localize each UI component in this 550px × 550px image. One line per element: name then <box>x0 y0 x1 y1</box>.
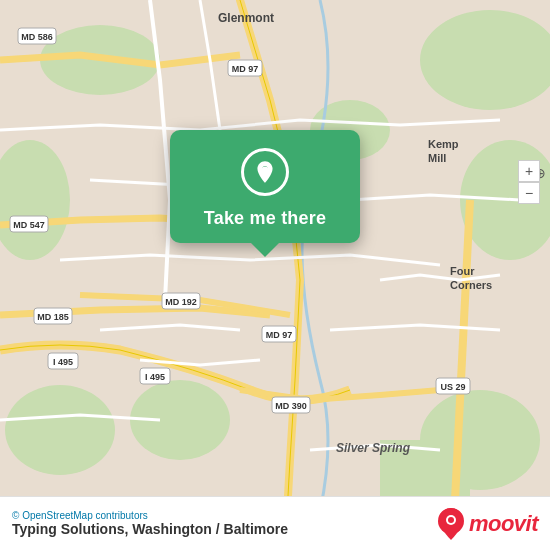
svg-text:MD 390: MD 390 <box>275 401 307 411</box>
location-icon <box>241 148 289 196</box>
take-me-there-button[interactable]: Take me there <box>204 208 326 229</box>
svg-text:I 495: I 495 <box>53 357 73 367</box>
svg-text:MD 547: MD 547 <box>13 220 45 230</box>
svg-text:Glenmont: Glenmont <box>218 11 274 25</box>
bottom-bar: © OpenStreetMap contributors Typing Solu… <box>0 496 550 550</box>
moovit-pin-icon <box>437 507 465 541</box>
moovit-logo: moovit <box>437 507 538 541</box>
svg-text:Corners: Corners <box>450 279 492 291</box>
map-container: Glenmont Kemp Mill Four Corners Silver S… <box>0 0 550 550</box>
svg-text:Kemp: Kemp <box>428 138 459 150</box>
svg-text:MD 192: MD 192 <box>165 297 197 307</box>
svg-text:MD 97: MD 97 <box>266 330 293 340</box>
zoom-in-button[interactable]: + <box>518 160 540 182</box>
moovit-text: moovit <box>469 511 538 537</box>
svg-text:Silver Spring: Silver Spring <box>336 441 411 455</box>
osm-link[interactable]: © OpenStreetMap contributors <box>12 510 148 521</box>
svg-point-42 <box>448 517 454 523</box>
svg-text:MD 97: MD 97 <box>232 64 259 74</box>
svg-text:I 495: I 495 <box>145 372 165 382</box>
svg-text:MD 185: MD 185 <box>37 312 69 322</box>
svg-text:Four: Four <box>450 265 475 277</box>
map-controls: + − <box>518 160 540 204</box>
zoom-out-button[interactable]: − <box>518 182 540 204</box>
svg-text:Mill: Mill <box>428 152 446 164</box>
popup-card: Take me there <box>170 130 360 243</box>
app-name-label: Typing Solutions, Washington / Baltimore <box>12 521 437 537</box>
map-svg: Glenmont Kemp Mill Four Corners Silver S… <box>0 0 550 550</box>
pin-icon <box>252 159 278 185</box>
svg-point-4 <box>5 385 115 475</box>
copyright-text: © OpenStreetMap contributors <box>12 510 427 521</box>
svg-text:US 29: US 29 <box>440 382 465 392</box>
svg-text:MD 586: MD 586 <box>21 32 53 42</box>
